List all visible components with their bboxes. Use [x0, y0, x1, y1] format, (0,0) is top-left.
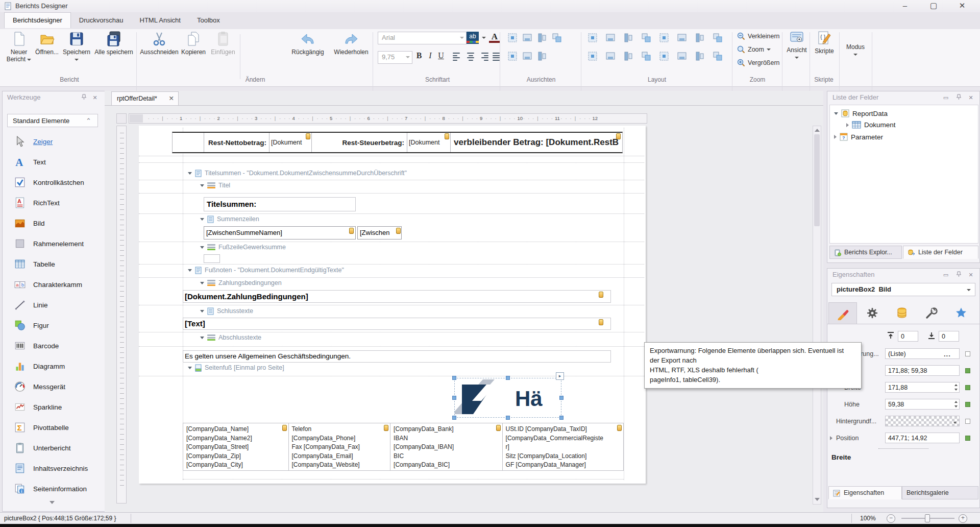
- summary-table-row[interactable]: Rest-Nettobetrag: [Dokument Rest-Steuerb…: [172, 132, 623, 153]
- toolbox-item-frame[interactable]: Rahmenelement: [3, 233, 105, 254]
- redo-button[interactable]: Wiederholen: [331, 31, 372, 56]
- binding-indicator[interactable]: [965, 385, 970, 390]
- padding-top-input[interactable]: [898, 331, 918, 342]
- selection-handle[interactable]: [452, 376, 456, 380]
- data-field-icon[interactable]: [282, 425, 287, 431]
- layout-icon[interactable]: [658, 32, 670, 43]
- ribbon-tab-toolbox[interactable]: Toolbox: [189, 13, 228, 28]
- layout-icon[interactable]: [641, 32, 652, 43]
- tree-item-reportdata[interactable]: ReportData: [834, 109, 888, 117]
- tab-eigenschaften[interactable]: Eigenschaften: [828, 486, 902, 499]
- collapse-arrow-icon[interactable]: [200, 282, 204, 284]
- scripts-button[interactable]: { } Skripte: [813, 31, 836, 55]
- data-field-icon[interactable]: [496, 425, 501, 431]
- close-panel-icon[interactable]: ✕: [967, 272, 974, 278]
- position-value[interactable]: [885, 433, 960, 443]
- layout-icon[interactable]: [676, 32, 688, 43]
- zoom-in-button[interactable]: +: [959, 514, 967, 523]
- toolbox-item-barcode[interactable]: Barcode: [3, 336, 105, 356]
- band-titelsummen[interactable]: Titelsummen - "Dokument.DokumentZwischen…: [188, 169, 407, 177]
- band-schlusstexte[interactable]: Schlusstexte: [200, 307, 253, 315]
- band-fusszeile-gewerksumme[interactable]: FußzeileGewerksumme: [200, 244, 286, 251]
- hoehe-value[interactable]: [885, 399, 960, 410]
- picture-box-element[interactable]: Hä: [454, 378, 561, 418]
- toolbox-item-chart[interactable]: Diagramm: [3, 356, 105, 376]
- underline-button[interactable]: U: [437, 51, 445, 60]
- spinner[interactable]: [953, 399, 959, 409]
- toolbox-section-standard-elemente[interactable]: Standard Elemente ⌃: [7, 114, 98, 127]
- tab-berichts-explorer[interactable]: Berichts Explor...: [829, 246, 902, 259]
- mode-button[interactable]: Modus: [842, 43, 869, 58]
- zoom-button[interactable]: Zoom: [737, 45, 771, 54]
- scrollbar-thumb[interactable]: [814, 134, 820, 226]
- tab-data[interactable]: [888, 302, 916, 324]
- layout-icon[interactable]: [694, 32, 705, 43]
- toolbox-item-subreport[interactable]: Unterbericht: [3, 438, 105, 458]
- document-tab[interactable]: rptOfferDetail* ✕: [111, 91, 179, 105]
- data-field-icon[interactable]: [396, 228, 401, 234]
- tree-item-parameter[interactable]: ? Parameter: [834, 133, 883, 141]
- font-color-button[interactable]: A: [489, 32, 500, 43]
- data-field-icon[interactable]: [617, 425, 622, 431]
- data-field-icon[interactable]: [445, 133, 449, 139]
- company-table-column[interactable]: USt.ID [CompanyData_TaxID][CompanyData_C…: [503, 423, 623, 470]
- tab-behavior[interactable]: [858, 302, 887, 324]
- padding-bottom-input[interactable]: [939, 331, 959, 342]
- scroll-down-icon[interactable]: [815, 498, 820, 501]
- selection-handle[interactable]: [559, 396, 564, 400]
- toolbox-scroll-down-icon[interactable]: [50, 501, 55, 504]
- splitter[interactable]: [878, 448, 928, 449]
- font-size-combobox[interactable]: [378, 51, 412, 64]
- toolbox-item-toc[interactable]: Inhaltsverzeichnis: [3, 458, 105, 478]
- table-cell[interactable]: Rest-Nettobetrag:: [204, 133, 270, 152]
- vertical-scrollbar[interactable]: [813, 126, 821, 505]
- pin-icon[interactable]: [955, 271, 962, 277]
- close-panel-icon[interactable]: ✕: [91, 94, 99, 101]
- size-value[interactable]: [885, 365, 960, 376]
- undo-button[interactable]: Rückgängig: [287, 31, 329, 56]
- collapse-arrow-icon[interactable]: [200, 310, 204, 313]
- toolbox-item-table[interactable]: Tabelle: [3, 254, 105, 274]
- toolbox-item-charcomb[interactable]: abCharakterkamm: [3, 274, 105, 295]
- align-justify-icon[interactable]: [492, 52, 502, 62]
- data-field-icon[interactable]: [599, 292, 603, 298]
- ribbon-tab-druckvorschau[interactable]: Druckvorschau: [71, 13, 132, 28]
- toolbox-item-shape[interactable]: Figur: [3, 315, 105, 336]
- object-selector-combobox[interactable]: pictureBox2 Bild: [831, 283, 975, 296]
- tab-appearance[interactable]: [828, 302, 857, 324]
- align-to-grid-icon[interactable]: [507, 32, 518, 43]
- expand-icon[interactable]: [834, 135, 837, 139]
- tree-item-dokument[interactable]: Dokument: [846, 121, 896, 129]
- toolbox-item-richtext[interactable]: ARichText: [3, 193, 105, 213]
- company-table-column[interactable]: [CompanyData_Bank]IBAN[CompanyData_IBAN]…: [390, 423, 502, 470]
- binding-indicator[interactable]: [965, 368, 970, 373]
- toolbox-item-sparkline[interactable]: Sparkline: [3, 397, 105, 417]
- empty-element[interactable]: [204, 254, 220, 263]
- binding-indicator[interactable]: [965, 351, 970, 356]
- toolbox-item-text[interactable]: AText: [3, 152, 105, 172]
- save-all-button[interactable]: Alle speichern: [94, 31, 134, 56]
- ribbon-tab-berichtsdesigner[interactable]: Berichtsdesigner: [4, 12, 71, 28]
- scroll-up-icon[interactable]: [815, 129, 820, 132]
- toolbox-item-pointer[interactable]: Zeiger: [3, 131, 105, 152]
- paste-button[interactable]: Einfügen: [209, 31, 237, 56]
- italic-button[interactable]: I: [427, 51, 434, 60]
- font-size-input[interactable]: [381, 53, 400, 61]
- maximize-panel-icon[interactable]: ▭: [942, 94, 949, 101]
- layout-icon[interactable]: [676, 51, 688, 62]
- zoom-out-button[interactable]: −: [887, 514, 895, 523]
- data-field-icon[interactable]: [384, 425, 388, 431]
- table-cell[interactable]: [Dokument: [270, 133, 312, 152]
- color-dropdown-icon[interactable]: [952, 416, 958, 426]
- zoom-in-button[interactable]: Vergrößern: [737, 59, 780, 67]
- selection-handle[interactable]: [559, 416, 564, 420]
- pin-icon[interactable]: [80, 94, 87, 100]
- tab-layout-props[interactable]: [917, 302, 946, 324]
- selection-handle[interactable]: [452, 396, 456, 400]
- binding-indicator[interactable]: [965, 402, 970, 407]
- zoom-out-button[interactable]: Verkleinern: [737, 32, 780, 40]
- align-center-icon[interactable]: [465, 52, 476, 62]
- layout-icon[interactable]: [712, 51, 723, 62]
- layout-icon[interactable]: [623, 51, 634, 62]
- text-element[interactable]: [Text]: [183, 318, 611, 330]
